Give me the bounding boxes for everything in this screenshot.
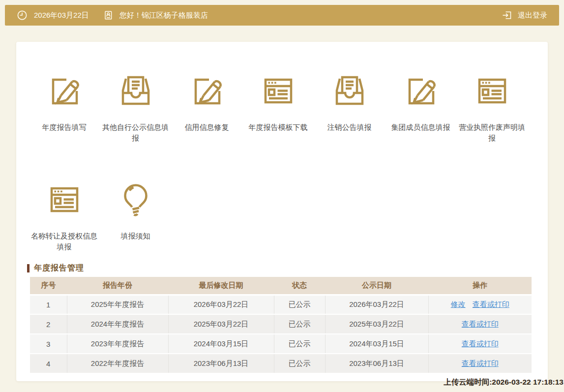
table-row: 4 2022年年度报告 2023年06月13日 已公示 2023年06月13日 … xyxy=(30,354,532,373)
tile-name-transfer-authorization[interactable]: 名称转让及授权信息填报 xyxy=(29,182,100,252)
cell-operations: 查看或打印 xyxy=(428,314,532,334)
logout-button[interactable]: 退出登录 xyxy=(501,10,547,21)
table-row: 3 2023年年度报告 2024年03月15日 已公示 2024年03月15日 … xyxy=(30,334,532,354)
cell-index: 1 xyxy=(30,295,67,314)
table-header-row: 序号 报告年份 最后修改日期 状态 公示日期 操作 xyxy=(30,277,532,295)
col-operations: 操作 xyxy=(428,277,532,295)
tile-annual-report-fill[interactable]: 年度报告填写 xyxy=(29,73,100,144)
tile-license-invalidation-declaration[interactable]: 营业执照作废声明填报 xyxy=(456,73,528,144)
col-index: 序号 xyxy=(30,277,67,295)
cell-report-year: 2024年年度报告 xyxy=(67,314,168,334)
tile-credit-repair[interactable]: 信用信息修复 xyxy=(171,73,242,144)
logout-icon xyxy=(501,10,513,21)
view-print-link[interactable]: 查看或打印 xyxy=(462,359,499,367)
cell-status: 已公示 xyxy=(274,314,325,334)
cell-report-year: 2025年年度报告 xyxy=(67,295,168,314)
cell-last-modified: 2024年03月15日 xyxy=(168,334,274,354)
bulb-icon xyxy=(118,182,153,217)
cell-index: 2 xyxy=(30,314,67,334)
cell-operations: 修改 查看或打印 xyxy=(428,295,532,314)
cell-publish-date: 2023年06月13日 xyxy=(325,354,428,373)
cell-last-modified: 2023年06月13日 xyxy=(168,354,274,373)
table-row: 2 2024年年度报告 2025年03月22日 已公示 2025年03月22日 … xyxy=(30,314,532,334)
tile-cancellation-notice[interactable]: 注销公告填报 xyxy=(314,73,385,144)
topbar: 2026年03月22日 您好！锦江区杨子格服装店 退出登录 xyxy=(5,5,559,26)
tile-filing-instructions[interactable]: 填报须知 xyxy=(100,182,171,252)
tile-label: 填报须知 xyxy=(120,231,151,241)
cell-status: 已公示 xyxy=(274,295,325,314)
tile-label: 年度报告填写 xyxy=(42,122,87,133)
clock-icon xyxy=(17,10,28,21)
user-greeting: 您好！锦江区杨子格服装店 xyxy=(119,11,208,20)
cell-last-modified: 2025年03月22日 xyxy=(168,314,274,334)
view-print-link[interactable]: 查看或打印 xyxy=(462,339,499,348)
tile-annual-report-template-download[interactable]: 年度报告模板下载 xyxy=(242,73,314,144)
user-badge-icon xyxy=(103,10,114,21)
cell-operations: 查看或打印 xyxy=(428,354,532,373)
cell-report-year: 2023年年度报告 xyxy=(67,334,168,354)
current-date: 2026年03月22日 xyxy=(34,11,89,20)
section-title-row: 年度报告管理 xyxy=(27,263,84,273)
template-icon xyxy=(475,73,510,109)
cell-index: 3 xyxy=(30,334,67,354)
col-status: 状态 xyxy=(274,277,325,295)
modify-link[interactable]: 修改 xyxy=(451,300,466,308)
cell-last-modified: 2026年03月22日 xyxy=(168,295,274,314)
view-print-link[interactable]: 查看或打印 xyxy=(462,320,499,328)
tile-label: 名称转让及授权信息填报 xyxy=(29,231,100,252)
col-report-year: 报告年份 xyxy=(67,277,168,295)
edit-icon xyxy=(189,73,225,109)
tile-label: 营业执照作废声明填报 xyxy=(456,122,528,144)
section-title: 年度报告管理 xyxy=(34,263,84,273)
annual-report-table: 序号 报告年份 最后修改日期 状态 公示日期 操作 1 2025年年度报告 20… xyxy=(30,277,532,374)
view-print-link[interactable]: 查看或打印 xyxy=(473,300,509,308)
cell-publish-date: 2024年03月15日 xyxy=(325,334,428,354)
cell-publish-date: 2025年03月22日 xyxy=(325,314,428,334)
cell-operations: 查看或打印 xyxy=(428,334,532,354)
section-marker xyxy=(27,264,30,272)
logout-label: 退出登录 xyxy=(518,11,547,20)
main-panel: 年度报告填写 其他自行公示信息填报 xyxy=(16,42,548,381)
col-publish-date: 公示日期 xyxy=(325,277,428,295)
inbox-icon xyxy=(118,73,153,109)
inbox-icon xyxy=(332,73,367,109)
cell-status: 已公示 xyxy=(274,354,325,373)
tile-label: 注销公告填报 xyxy=(327,122,372,133)
tile-label: 集团成员信息填报 xyxy=(391,122,451,133)
edit-icon xyxy=(403,73,439,109)
edit-icon xyxy=(47,73,82,109)
template-icon xyxy=(47,182,82,217)
tile-group-member-info[interactable]: 集团成员信息填报 xyxy=(385,73,456,144)
cell-report-year: 2022年年度报告 xyxy=(67,354,168,373)
tile-label: 其他自行公示信息填报 xyxy=(100,122,171,144)
upload-time: 上传云端时间:2026-03-22 17:18:13 xyxy=(444,377,564,388)
function-grid: 年度报告填写 其他自行公示信息填报 xyxy=(29,73,530,252)
cell-publish-date: 2026年03月22日 xyxy=(325,295,428,314)
table-row: 1 2025年年度报告 2026年03月22日 已公示 2026年03月22日 … xyxy=(30,295,532,314)
cell-status: 已公示 xyxy=(274,334,325,354)
cell-index: 4 xyxy=(30,354,67,373)
col-last-modified: 最后修改日期 xyxy=(168,277,274,295)
tile-label: 信用信息修复 xyxy=(184,122,230,133)
template-icon xyxy=(261,73,296,109)
tile-other-publicity-info[interactable]: 其他自行公示信息填报 xyxy=(100,73,171,144)
tile-label: 年度报告模板下载 xyxy=(248,122,308,133)
